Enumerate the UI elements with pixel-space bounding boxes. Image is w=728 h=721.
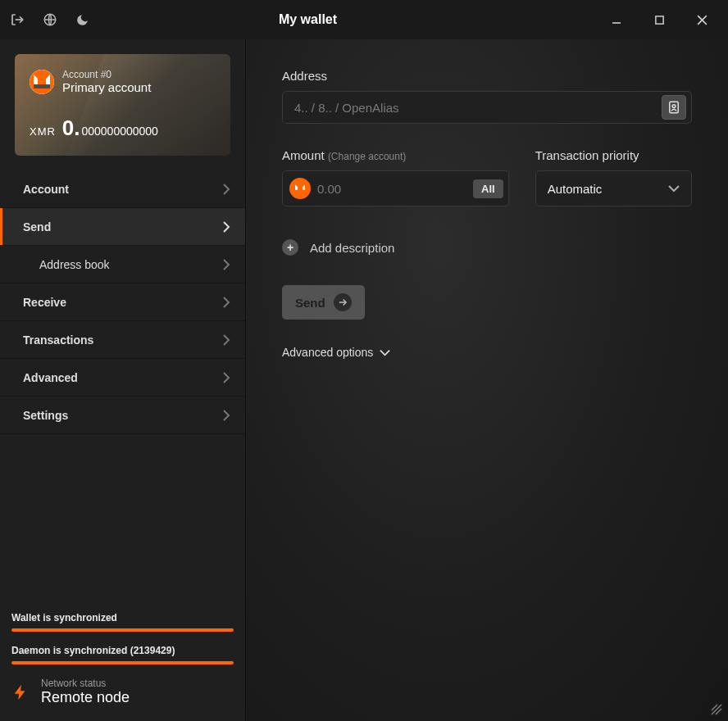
nav: Account Send Address book Receive <box>0 170 245 434</box>
monero-icon <box>289 178 311 199</box>
send-button[interactable]: Send <box>282 285 365 320</box>
amount-input-wrap: All <box>282 170 509 206</box>
nav-label: Send <box>23 220 51 234</box>
nav-label: Settings <box>23 409 68 422</box>
nav-label: Account <box>23 183 69 196</box>
advanced-options-label: Advanced options <box>282 346 373 359</box>
chevron-down-icon <box>380 349 390 356</box>
plus-icon: + <box>282 239 298 256</box>
currency-label: XMR <box>30 125 56 138</box>
lightning-icon <box>11 680 30 705</box>
account-card[interactable]: Account #0 Primary account XMR 0.0000000… <box>15 54 230 156</box>
svg-rect-2 <box>655 16 662 23</box>
balance-frac: 000000000000 <box>81 125 157 138</box>
chevron-right-icon <box>222 410 230 421</box>
minimize-button[interactable] <box>600 3 633 36</box>
network-status-label: Network status <box>41 678 130 689</box>
nav-advanced[interactable]: Advanced <box>0 359 245 397</box>
nav-transactions[interactable]: Transactions <box>0 321 245 359</box>
main-panel: Address Amount (Change account) All <box>246 39 728 721</box>
nav-account[interactable]: Account <box>0 170 245 208</box>
send-button-label: Send <box>295 296 325 310</box>
address-book-button[interactable] <box>662 95 686 120</box>
chevron-right-icon <box>222 221 230 233</box>
chevron-right-icon <box>222 297 230 308</box>
account-subtitle: Account #0 <box>62 69 151 80</box>
add-description-label: Add description <box>310 241 394 255</box>
svg-point-8 <box>672 105 676 108</box>
close-button[interactable] <box>685 3 718 36</box>
priority-select[interactable]: Automatic <box>535 170 692 206</box>
advanced-options-toggle[interactable]: Advanced options <box>282 346 692 359</box>
nav-label: Advanced <box>23 371 78 384</box>
address-input-wrap <box>282 91 692 124</box>
amount-label-text: Amount <box>282 148 325 162</box>
maximize-button[interactable] <box>643 3 676 36</box>
chevron-right-icon <box>222 334 230 346</box>
window-title: My wallet <box>16 12 600 27</box>
svg-point-9 <box>293 181 307 196</box>
monero-logo-icon <box>30 70 54 94</box>
nav-address-book[interactable]: Address book <box>0 246 245 283</box>
add-description-button[interactable]: + Add description <box>282 239 692 256</box>
amount-input[interactable] <box>317 182 473 196</box>
wallet-sync-label: Wallet is synchronized <box>11 612 234 624</box>
titlebar: My wallet <box>0 0 728 39</box>
svg-rect-6 <box>34 84 50 88</box>
address-label: Address <box>282 69 692 83</box>
chevron-right-icon <box>222 372 230 383</box>
wallet-sync-bar <box>11 628 234 632</box>
nav-label: Transactions <box>23 333 93 347</box>
amount-label: Amount (Change account) <box>282 148 509 162</box>
chevron-down-icon <box>668 184 680 193</box>
network-status[interactable]: Network status Remote node <box>11 678 234 706</box>
balance: XMR 0.000000000000 <box>30 116 216 141</box>
amount-all-button[interactable]: All <box>473 179 503 198</box>
account-name: Primary account <box>62 80 151 94</box>
arrow-right-icon <box>334 293 352 311</box>
network-status-value: Remote node <box>41 689 130 706</box>
priority-label: Transaction priority <box>535 148 692 162</box>
window-controls <box>600 3 718 36</box>
change-account-link[interactable]: (Change account) <box>328 151 406 162</box>
resize-grip-icon[interactable] <box>710 703 723 716</box>
balance-int: 0. <box>62 116 80 140</box>
nav-settings[interactable]: Settings <box>0 397 245 434</box>
chevron-right-icon <box>222 184 230 195</box>
nav-send[interactable]: Send <box>0 208 245 246</box>
sidebar: Account #0 Primary account XMR 0.0000000… <box>0 39 246 721</box>
chevron-right-icon <box>222 259 230 270</box>
svg-point-5 <box>30 70 54 94</box>
daemon-sync-label: Daemon is synchronized (2139429) <box>11 645 234 656</box>
daemon-sync-bar <box>11 661 234 664</box>
priority-value: Automatic <box>548 182 668 196</box>
nav-receive[interactable]: Receive <box>0 283 245 321</box>
nav-label: Receive <box>23 296 66 309</box>
sidebar-status: Wallet is synchronized Daemon is synchro… <box>0 602 245 721</box>
nav-label: Address book <box>39 258 110 271</box>
address-input[interactable] <box>294 101 662 115</box>
